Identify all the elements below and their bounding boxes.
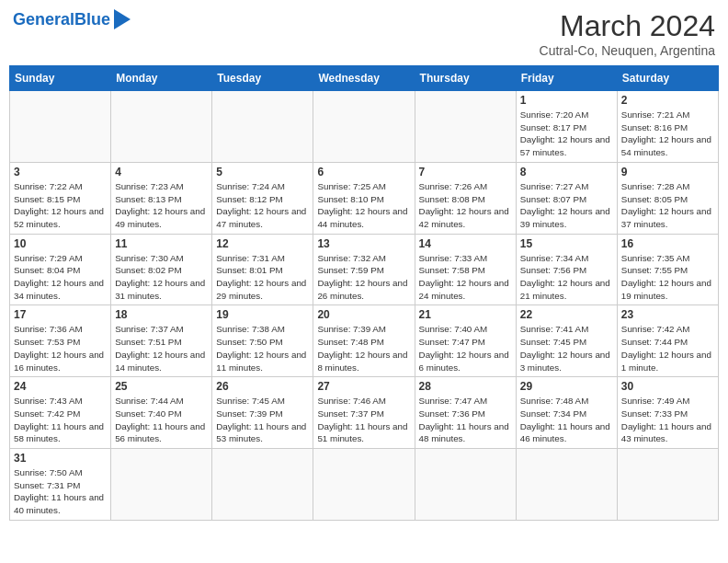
calendar-cell: 20Sunrise: 7:39 AM Sunset: 7:48 PM Dayli… [313,305,415,377]
calendar-cell: 2Sunrise: 7:21 AM Sunset: 8:16 PM Daylig… [617,91,718,163]
calendar-cell: 15Sunrise: 7:34 AM Sunset: 7:56 PM Dayli… [516,234,617,305]
calendar-cell [415,91,516,163]
day-info: Sunrise: 7:28 AM Sunset: 8:05 PM Dayligh… [621,180,714,231]
day-number: 29 [520,380,613,393]
day-info: Sunrise: 7:25 AM Sunset: 8:10 PM Dayligh… [317,180,410,231]
calendar-table: SundayMondayTuesdayWednesdayThursdayFrid… [9,65,719,521]
calendar-header: SundayMondayTuesdayWednesdayThursdayFrid… [10,66,719,91]
day-number: 5 [216,166,309,178]
logo: GeneralBlue [13,9,131,29]
day-number: 9 [621,166,714,178]
calendar-cell: 23Sunrise: 7:42 AM Sunset: 7:44 PM Dayli… [617,305,718,377]
calendar-cell: 5Sunrise: 7:24 AM Sunset: 8:12 PM Daylig… [212,162,313,234]
day-number: 10 [14,237,107,250]
day-number: 3 [14,166,107,178]
day-number: 6 [317,166,410,178]
day-number: 19 [216,308,309,321]
calendar-cell: 25Sunrise: 7:44 AM Sunset: 7:40 PM Dayli… [111,377,212,449]
day-info: Sunrise: 7:31 AM Sunset: 8:01 PM Dayligh… [216,252,309,303]
day-number: 15 [520,237,613,250]
logo-arrow-icon [114,9,131,29]
calendar-week-1: 3Sunrise: 7:22 AM Sunset: 8:15 PM Daylig… [10,162,719,234]
day-info: Sunrise: 7:44 AM Sunset: 7:40 PM Dayligh… [115,395,208,445]
logo-blue: Blue [74,10,110,29]
day-info: Sunrise: 7:30 AM Sunset: 8:02 PM Dayligh… [115,252,208,303]
calendar-cell [111,91,212,163]
day-number: 30 [621,380,714,393]
day-number: 14 [419,237,512,250]
weekday-header-wednesday: Wednesday [313,66,415,91]
weekday-header-row: SundayMondayTuesdayWednesdayThursdayFrid… [10,66,719,91]
day-number: 25 [115,380,208,393]
calendar-cell: 14Sunrise: 7:33 AM Sunset: 7:58 PM Dayli… [415,234,516,305]
logo-text: GeneralBlue [13,10,110,29]
day-info: Sunrise: 7:26 AM Sunset: 8:08 PM Dayligh… [419,180,512,231]
day-info: Sunrise: 7:35 AM Sunset: 7:55 PM Dayligh… [621,252,714,303]
day-info: Sunrise: 7:45 AM Sunset: 7:39 PM Dayligh… [216,395,309,445]
calendar-cell: 24Sunrise: 7:43 AM Sunset: 7:42 PM Dayli… [10,377,111,449]
calendar-cell: 16Sunrise: 7:35 AM Sunset: 7:55 PM Dayli… [617,234,718,305]
calendar-week-4: 24Sunrise: 7:43 AM Sunset: 7:42 PM Dayli… [10,377,719,449]
day-number: 31 [14,452,107,465]
day-info: Sunrise: 7:33 AM Sunset: 7:58 PM Dayligh… [419,252,512,303]
calendar-cell: 10Sunrise: 7:29 AM Sunset: 8:04 PM Dayli… [10,234,111,305]
day-info: Sunrise: 7:20 AM Sunset: 8:17 PM Dayligh… [520,109,613,159]
day-number: 28 [419,380,512,393]
logo-general: General [13,10,74,29]
calendar-cell: 28Sunrise: 7:47 AM Sunset: 7:36 PM Dayli… [415,377,516,449]
month-year: March 2024 [540,9,715,43]
day-info: Sunrise: 7:38 AM Sunset: 7:50 PM Dayligh… [216,323,309,373]
day-info: Sunrise: 7:23 AM Sunset: 8:13 PM Dayligh… [115,180,208,231]
day-info: Sunrise: 7:27 AM Sunset: 8:07 PM Dayligh… [520,180,613,231]
calendar-cell [10,91,111,163]
day-info: Sunrise: 7:37 AM Sunset: 7:51 PM Dayligh… [115,323,208,373]
calendar-cell: 13Sunrise: 7:32 AM Sunset: 7:59 PM Dayli… [313,234,415,305]
calendar-cell: 3Sunrise: 7:22 AM Sunset: 8:15 PM Daylig… [10,162,111,234]
weekday-header-friday: Friday [516,66,617,91]
day-number: 27 [317,380,410,393]
calendar-cell [212,91,313,163]
calendar-cell: 9Sunrise: 7:28 AM Sunset: 8:05 PM Daylig… [617,162,718,234]
day-info: Sunrise: 7:49 AM Sunset: 7:33 PM Dayligh… [621,395,714,445]
day-info: Sunrise: 7:43 AM Sunset: 7:42 PM Dayligh… [14,395,107,445]
calendar-cell [617,449,718,521]
weekday-header-sunday: Sunday [10,66,111,91]
calendar-cell: 4Sunrise: 7:23 AM Sunset: 8:13 PM Daylig… [111,162,212,234]
calendar-cell: 11Sunrise: 7:30 AM Sunset: 8:02 PM Dayli… [111,234,212,305]
calendar-week-5: 31Sunrise: 7:50 AM Sunset: 7:31 PM Dayli… [10,449,719,521]
calendar-cell [415,449,516,521]
calendar-cell: 8Sunrise: 7:27 AM Sunset: 8:07 PM Daylig… [516,162,617,234]
day-number: 21 [419,308,512,321]
weekday-header-tuesday: Tuesday [212,66,313,91]
calendar-cell: 31Sunrise: 7:50 AM Sunset: 7:31 PM Dayli… [10,449,111,521]
day-info: Sunrise: 7:48 AM Sunset: 7:34 PM Dayligh… [520,395,613,445]
day-info: Sunrise: 7:41 AM Sunset: 7:45 PM Dayligh… [520,323,613,373]
day-info: Sunrise: 7:34 AM Sunset: 7:56 PM Dayligh… [520,252,613,303]
calendar-cell: 12Sunrise: 7:31 AM Sunset: 8:01 PM Dayli… [212,234,313,305]
calendar-week-2: 10Sunrise: 7:29 AM Sunset: 8:04 PM Dayli… [10,234,719,305]
calendar-cell: 19Sunrise: 7:38 AM Sunset: 7:50 PM Dayli… [212,305,313,377]
day-number: 12 [216,237,309,250]
weekday-header-saturday: Saturday [617,66,718,91]
day-number: 1 [520,94,613,107]
calendar-cell: 18Sunrise: 7:37 AM Sunset: 7:51 PM Dayli… [111,305,212,377]
calendar-cell: 1Sunrise: 7:20 AM Sunset: 8:17 PM Daylig… [516,91,617,163]
calendar-cell [516,449,617,521]
calendar-cell [212,449,313,521]
title-area: March 2024 Cutral-Co, Neuquen, Argentina [540,9,715,58]
day-info: Sunrise: 7:36 AM Sunset: 7:53 PM Dayligh… [14,323,107,373]
weekday-header-thursday: Thursday [415,66,516,91]
location: Cutral-Co, Neuquen, Argentina [540,43,715,58]
day-info: Sunrise: 7:40 AM Sunset: 7:47 PM Dayligh… [419,323,512,373]
calendar-cell: 26Sunrise: 7:45 AM Sunset: 7:39 PM Dayli… [212,377,313,449]
day-info: Sunrise: 7:39 AM Sunset: 7:48 PM Dayligh… [317,323,410,373]
calendar-cell [313,91,415,163]
day-number: 17 [14,308,107,321]
day-number: 13 [317,237,410,250]
calendar-cell: 30Sunrise: 7:49 AM Sunset: 7:33 PM Dayli… [617,377,718,449]
calendar-cell: 27Sunrise: 7:46 AM Sunset: 7:37 PM Dayli… [313,377,415,449]
day-number: 18 [115,308,208,321]
calendar-cell: 21Sunrise: 7:40 AM Sunset: 7:47 PM Dayli… [415,305,516,377]
weekday-header-monday: Monday [111,66,212,91]
day-number: 11 [115,237,208,250]
